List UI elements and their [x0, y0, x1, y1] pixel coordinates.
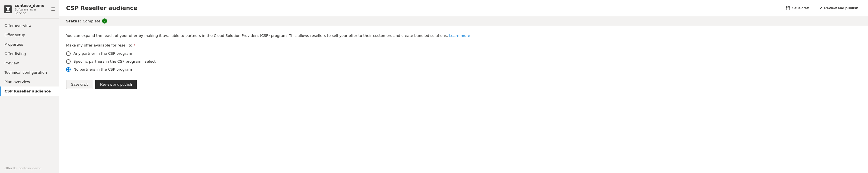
review-publish-header-label: Review and publish [824, 6, 858, 10]
header-review-publish-button[interactable]: ↗ Review and publish [816, 4, 861, 12]
description-text: You can expand the reach of your offer b… [66, 33, 861, 39]
status-complete-icon: ✓ [102, 19, 107, 24]
radio-no-partners-input[interactable] [66, 67, 71, 72]
sidebar-item-plan-overview[interactable]: Plan overview [0, 77, 59, 86]
app-name: contoso_demo [15, 3, 48, 8]
publish-icon: ↗ [819, 6, 823, 10]
radio-any-partner-input[interactable] [66, 51, 71, 56]
radio-specific-partners[interactable]: Specific partners in the CSP program I s… [66, 59, 861, 64]
sidebar-header: contoso_demo Software as a Service ☰ [0, 0, 59, 19]
main-panel: CSP Reseller audience 💾 Save draft ↗ Rev… [59, 0, 868, 173]
offer-id: Offer ID: contoso_demo [0, 164, 59, 173]
sidebar-title-group: contoso_demo Software as a Service [15, 3, 48, 15]
status-label: Status: [66, 19, 81, 23]
action-buttons: Save draft Review and publish [66, 80, 861, 89]
radio-any-partner-label: Any partner in the CSP program [73, 51, 132, 56]
sidebar-item-properties[interactable]: Properties [0, 40, 59, 49]
radio-group: Any partner in the CSP program Specific … [66, 51, 861, 72]
save-draft-header-label: Save draft [792, 6, 809, 10]
page-title: CSP Reseller audience [66, 4, 783, 11]
sidebar-item-offer-listing[interactable]: Offer listing [0, 49, 59, 58]
save-icon: 💾 [785, 6, 790, 10]
radio-specific-partners-input[interactable] [66, 59, 71, 64]
sidebar: contoso_demo Software as a Service ☰ Off… [0, 0, 59, 173]
logo-icon [6, 7, 10, 11]
section-label: Make my offer available for resell to * [66, 43, 861, 47]
required-marker: * [133, 43, 135, 47]
main-header: CSP Reseller audience 💾 Save draft ↗ Rev… [59, 0, 868, 16]
sidebar-item-csp-reseller-audience[interactable]: CSP Reseller audience [0, 86, 59, 96]
sidebar-item-offer-setup[interactable]: Offer setup [0, 30, 59, 40]
save-draft-button[interactable]: Save draft [66, 80, 92, 89]
sidebar-menu-toggle[interactable]: ☰ [51, 6, 55, 12]
header-save-draft-button[interactable]: 💾 Save draft [783, 4, 811, 12]
radio-no-partners-label: No partners in the CSP program [73, 67, 132, 72]
sidebar-item-technical-configuration[interactable]: Technical configuration [0, 68, 59, 77]
header-actions: 💾 Save draft ↗ Review and publish [783, 4, 861, 12]
status-value: Complete [83, 19, 101, 23]
app-subtitle: Software as a Service [15, 8, 48, 15]
app-logo [4, 5, 12, 13]
radio-any-partner[interactable]: Any partner in the CSP program [66, 51, 861, 56]
status-bar: Status: Complete ✓ [59, 16, 868, 26]
description-body: You can expand the reach of your offer b… [66, 33, 448, 38]
review-publish-button[interactable]: Review and publish [95, 80, 137, 89]
radio-no-partners[interactable]: No partners in the CSP program [66, 67, 861, 72]
learn-more-link[interactable]: Learn more [449, 33, 470, 38]
sidebar-nav: Offer overview Offer setup Properties Of… [0, 19, 59, 98]
radio-specific-partners-label: Specific partners in the CSP program I s… [73, 59, 156, 64]
sidebar-item-offer-overview[interactable]: Offer overview [0, 21, 59, 30]
main-content: You can expand the reach of your offer b… [59, 26, 868, 173]
sidebar-item-preview[interactable]: Preview [0, 58, 59, 68]
section-label-text: Make my offer available for resell to [66, 43, 132, 47]
